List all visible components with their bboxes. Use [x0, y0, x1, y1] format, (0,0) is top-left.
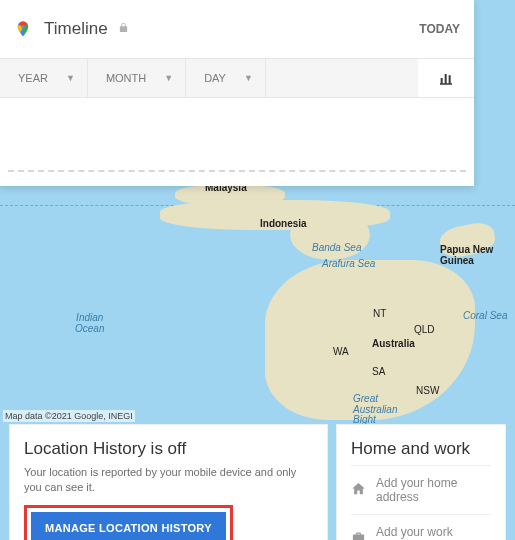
- map-label-qld: QLD: [414, 324, 435, 335]
- home-address-text: Add your home address: [376, 476, 491, 504]
- map-label-wa: WA: [333, 346, 349, 357]
- location-history-card: Location History is off Your location is…: [10, 425, 327, 540]
- bar-chart-button[interactable]: [418, 59, 474, 97]
- month-filter-label: MONTH: [106, 72, 146, 84]
- today-button[interactable]: TODAY: [419, 22, 460, 36]
- map-label-banda-sea: Banda Sea: [312, 242, 362, 253]
- panel-title: Timeline: [44, 19, 108, 39]
- day-filter[interactable]: DAY ▼: [186, 59, 266, 97]
- chevron-down-icon: ▼: [66, 73, 75, 83]
- chevron-down-icon: ▼: [244, 73, 253, 83]
- home-icon: [351, 481, 366, 499]
- map-label-nt: NT: [373, 308, 386, 319]
- home-address-row[interactable]: Add your home address: [351, 465, 491, 514]
- filter-bar: YEAR ▼ MONTH ▼ DAY ▼: [0, 58, 474, 98]
- google-maps-pin-icon: [14, 20, 32, 38]
- map-label-png: Papua New Guinea: [440, 245, 493, 266]
- map-label-indonesia: Indonesia: [260, 218, 307, 229]
- lock-icon: [118, 20, 129, 38]
- svg-point-0: [21, 25, 24, 28]
- manage-location-history-button[interactable]: MANAGE LOCATION HISTORY: [31, 512, 226, 540]
- timeline-empty-area: [8, 98, 466, 172]
- day-filter-label: DAY: [204, 72, 226, 84]
- month-filter[interactable]: MONTH ▼: [88, 59, 186, 97]
- location-history-desc: Your location is reported by your mobile…: [24, 465, 313, 495]
- bar-chart-icon: [437, 70, 455, 86]
- work-address-text: Add your work address: [376, 525, 491, 540]
- home-work-title: Home and work: [351, 439, 491, 459]
- map-attribution: Map data ©2021 Google, INEGI: [3, 410, 135, 422]
- map-label-gab: Great Australian Bight: [353, 394, 397, 426]
- chevron-down-icon: ▼: [164, 73, 173, 83]
- map-label-sa: SA: [372, 366, 385, 377]
- location-history-title: Location History is off: [24, 439, 313, 459]
- map-label-nsw: NSW: [416, 385, 439, 396]
- map-label-indian-ocean: Indian Ocean: [75, 312, 104, 334]
- map-label-coral-sea: Coral Sea: [463, 310, 507, 321]
- year-filter[interactable]: YEAR ▼: [0, 59, 88, 97]
- map-label-arafura-sea: Arafura Sea: [322, 258, 375, 269]
- highlight-box: MANAGE LOCATION HISTORY: [24, 505, 233, 540]
- home-work-card: Home and work Add your home address Add …: [337, 425, 505, 540]
- year-filter-label: YEAR: [18, 72, 48, 84]
- map-label-australia: Australia: [372, 338, 415, 349]
- work-address-row[interactable]: Add your work address: [351, 514, 491, 540]
- briefcase-icon: [351, 530, 366, 540]
- timeline-panel: Timeline TODAY YEAR ▼ MONTH ▼ DAY ▼: [0, 0, 474, 186]
